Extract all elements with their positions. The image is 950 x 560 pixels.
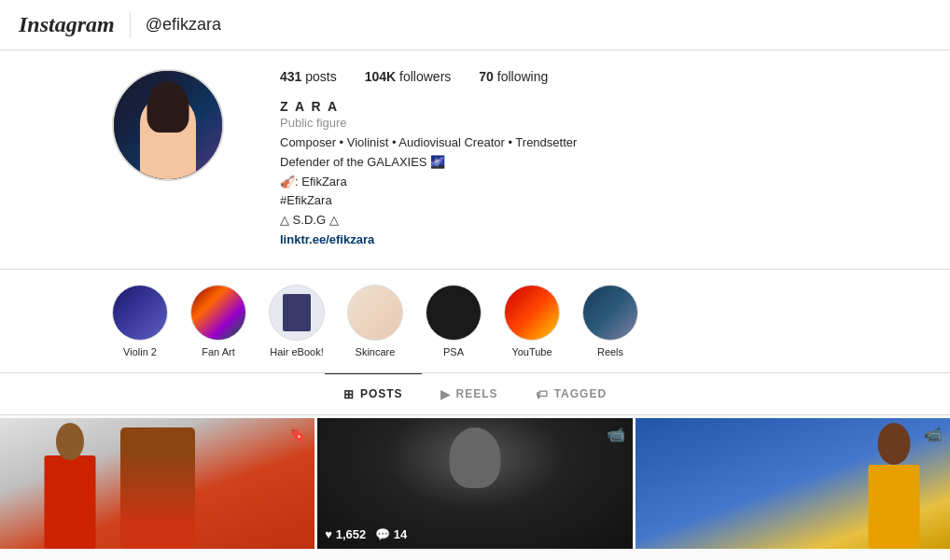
posts-stat: 431 posts [280,69,337,84]
following-count: 70 [479,69,494,84]
highlight-circle-skincare [347,285,403,341]
post1-corner-icon: 🔖 [288,426,307,443]
post3-figure [857,423,931,549]
highlights-section: Violin 2 Fan Art Hair eBook! Skincare PS… [0,270,950,373]
posts-grid: 🔖 📹 ♥ 1,652 💬 14 📹 [0,415,950,552]
bio-line1: Composer • Violinist • Audiovisual Creat… [280,133,913,153]
following-label: following [497,69,548,84]
bio-line4: #EfikZara [280,191,913,211]
tab-posts-label: POSTS [360,387,403,400]
posts-label: posts [305,69,336,84]
highlight-circle-ebook [269,285,325,341]
header-username: @efikzara [146,15,221,35]
tabs-section: ⊞ POSTS ▶ REELS 🏷 TAGGED [0,373,950,415]
tab-reels-label: REELS [456,387,498,400]
highlight-fanart[interactable]: Fan Art [190,285,246,357]
highlight-violin2[interactable]: Violin 2 [112,285,168,357]
profile-info: 431 posts 104K followers 70 following Z … [280,69,913,250]
post-item-3[interactable]: 📹 [636,418,950,549]
post-item-1[interactable]: 🔖 [0,418,314,549]
followers-count: 104K [365,69,396,84]
highlight-reels[interactable]: Reels [582,285,638,357]
avatar-image [114,71,222,179]
highlight-label-skincare: Skincare [356,346,396,357]
post1-figure [37,423,103,549]
highlight-label-psa: PSA [443,346,464,357]
profile-link[interactable]: linktr.ee/efikzara [280,232,374,246]
posts-count: 431 [280,69,301,84]
highlight-label-reels: Reels [597,346,623,357]
post2-overlay: ♥ 1,652 💬 14 [325,527,407,541]
post-item-2[interactable]: 📹 ♥ 1,652 💬 14 [317,418,632,549]
profile-name: Z A R A [280,99,913,114]
highlight-circle-violin2 [112,285,168,341]
highlight-psa[interactable]: PSA [426,285,482,357]
highlight-circle-psa [426,285,482,341]
tab-posts[interactable]: ⊞ POSTS [325,373,422,414]
profile-section: 431 posts 104K followers 70 following Z … [0,50,950,270]
tab-tagged-label: TAGGED [554,387,607,400]
post2-likes: ♥ 1,652 [325,527,366,541]
book-icon [283,294,311,331]
header: Instagram @efikzara [0,0,950,50]
followers-stat: 104K followers [365,69,452,84]
highlight-youtube[interactable]: YouTube [504,285,560,357]
highlight-ebook[interactable]: Hair eBook! [269,285,325,357]
tab-reels[interactable]: ▶ REELS [422,373,517,414]
highlight-circle-reels [582,285,638,341]
profile-bio: Composer • Violinist • Audiovisual Creat… [280,133,913,250]
post2-corner-icon: 📹 [607,426,625,443]
bio-line2: Defender of the GALAXIES 🌌 [280,153,913,173]
profile-type: Public figure [280,116,913,130]
following-stat: 70 following [479,69,548,84]
highlight-skincare[interactable]: Skincare [347,285,403,357]
instagram-logo: Instagram [19,12,115,37]
stats-row: 431 posts 104K followers 70 following [280,69,913,84]
profile-avatar-wrap [112,69,224,181]
bio-line5: △ S.D.G △ [280,211,913,231]
bio-line3: 🎻: EfikZara [280,173,913,192]
posts-tab-icon: ⊞ [343,387,355,401]
profile-avatar [112,69,224,181]
highlight-label-violin2: Violin 2 [123,346,157,357]
followers-label: followers [399,69,451,84]
header-divider [130,12,131,38]
highlight-label-fanart: Fan Art [202,346,234,357]
post3-corner-icon: 📹 [924,426,943,443]
highlight-label-youtube: YouTube [511,346,552,357]
post2-comments: 💬 14 [375,527,407,541]
tab-tagged[interactable]: 🏷 TAGGED [517,373,625,414]
highlight-label-ebook: Hair eBook! [270,346,323,357]
highlight-circle-fanart [190,285,246,341]
tagged-tab-icon: 🏷 [536,387,549,401]
reels-tab-icon: ▶ [440,387,451,401]
highlight-circle-youtube [504,285,560,341]
